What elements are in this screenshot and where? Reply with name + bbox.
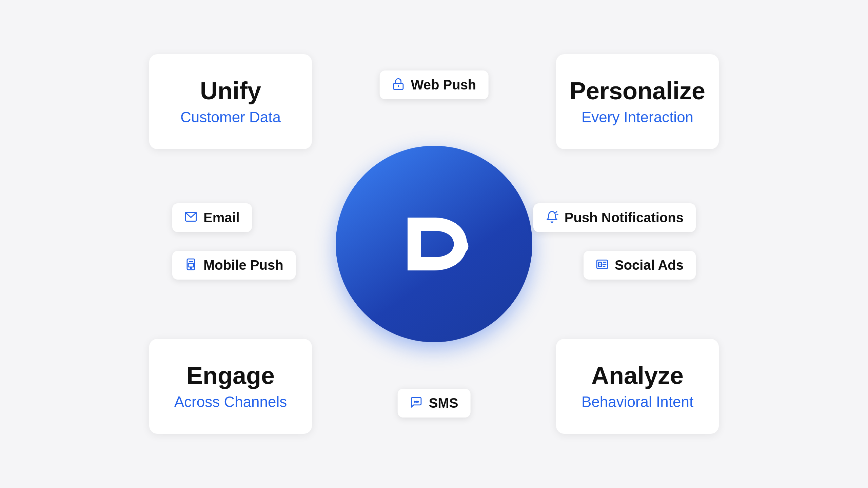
- sms-label: SMS: [429, 395, 458, 411]
- mobile-push-icon: [184, 258, 197, 273]
- svg-rect-6: [188, 263, 194, 267]
- pill-sms: SMS: [398, 389, 471, 418]
- pill-push-notifications: Push Notifications: [533, 203, 696, 232]
- pill-mobile-push: Mobile Push: [172, 251, 296, 280]
- card-engage-subtitle: Across Channels: [174, 393, 287, 410]
- social-ads-label: Social Ads: [615, 258, 684, 273]
- card-personalize-subtitle: Every Interaction: [581, 109, 693, 126]
- push-notifications-label: Push Notifications: [565, 210, 684, 225]
- email-label: Email: [203, 210, 240, 225]
- card-engage-title: Engage: [186, 362, 275, 389]
- sms-icon: [410, 396, 423, 411]
- pill-email: Email: [172, 203, 252, 232]
- svg-text:ADS: ADS: [599, 263, 603, 266]
- card-unify: Unify Customer Data: [149, 54, 312, 149]
- push-notifications-icon: [546, 210, 558, 225]
- web-push-label: Web Push: [411, 77, 476, 93]
- card-unify-title: Unify: [200, 78, 261, 104]
- pill-social-ads: ADS Social Ads: [584, 251, 696, 280]
- card-personalize-title: Personalize: [570, 78, 705, 104]
- svg-point-16: [414, 401, 415, 402]
- email-icon: [184, 210, 197, 225]
- card-engage: Engage Across Channels: [149, 339, 312, 434]
- card-analyze: Analyze Behavioral Intent: [556, 339, 719, 434]
- web-push-icon: [392, 78, 405, 93]
- social-ads-icon: ADS: [596, 258, 609, 273]
- card-analyze-subtitle: Behavioral Intent: [581, 393, 693, 410]
- pill-web-push: Web Push: [380, 70, 489, 99]
- svg-point-7: [190, 267, 191, 268]
- diagram-container: Unify Customer Data Personalize Every In…: [129, 41, 739, 447]
- mobile-push-label: Mobile Push: [203, 258, 283, 273]
- brand-logo: [390, 200, 478, 288]
- card-unify-subtitle: Customer Data: [180, 109, 281, 126]
- svg-point-18: [417, 401, 418, 402]
- card-personalize: Personalize Every Interaction: [556, 54, 719, 149]
- svg-point-17: [416, 401, 417, 402]
- svg-line-8: [556, 211, 557, 212]
- card-analyze-title: Analyze: [591, 362, 684, 389]
- center-logo-circle: [336, 146, 532, 342]
- svg-point-0: [454, 239, 469, 253]
